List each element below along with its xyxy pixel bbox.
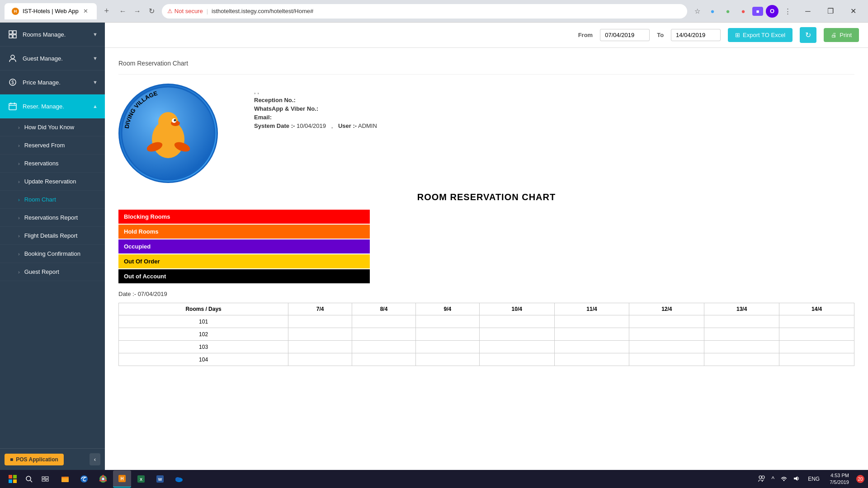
price-manage-arrow: ▼ [93, 80, 98, 85]
taskbar-ist-hotels[interactable]: H [113, 470, 131, 488]
sidebar-item-reser-manage[interactable]: Reser. Manage. ▲ [0, 94, 105, 118]
export-label: Export TO Excel [743, 32, 785, 38]
sidebar-item-guest-manage[interactable]: Guest Manage. ▼ [0, 47, 105, 70]
taskbar-excel[interactable]: X [132, 470, 150, 488]
ext2-button[interactable]: ● [722, 5, 734, 18]
start-button[interactable] [4, 472, 22, 486]
date-display: Date :- 07/04/2019 [118, 291, 854, 297]
sidebar: Rooms Manage. ▼ Guest Manage. ▼ $ Price … [0, 23, 105, 470]
reload-button[interactable]: ↻ [146, 5, 158, 18]
svg-rect-26 [42, 477, 44, 479]
ext4-button[interactable]: ■ [752, 7, 763, 16]
browser-chrome: H IST-Hotels | Web App ✕ + ← → ↻ ⚠ Not s… [0, 0, 868, 23]
sidebar-item-guest-report[interactable]: › Guest Report [0, 263, 105, 281]
print-button[interactable]: 🖨 Print [824, 28, 859, 42]
sidebar-toggle-button[interactable]: ‹ [90, 453, 100, 465]
window-controls: ─ ❐ ✕ [797, 0, 863, 23]
sidebar-item-room-chart[interactable]: › Room Chart [0, 191, 105, 209]
sidebar-label-flight-details-report: Flight Details Report [24, 232, 78, 239]
cell-101-7-4 [288, 315, 352, 328]
browser-tab[interactable]: H IST-Hotels | Web App ✕ [5, 3, 97, 19]
minimize-button[interactable]: ─ [797, 0, 818, 23]
svg-rect-22 [9, 479, 12, 483]
new-tab-button[interactable]: + [100, 5, 113, 18]
ext3-button[interactable]: ● [737, 5, 750, 18]
sidebar-item-reservations[interactable]: › Reservations [0, 155, 105, 173]
grid-icon [7, 29, 18, 40]
taskbar-network-icon[interactable] [779, 474, 789, 485]
legend-blocking: Blocking Rooms [118, 210, 370, 224]
security-warning: ⚠ Not secure [167, 8, 203, 14]
to-label: To [657, 32, 664, 38]
reception-label: Reception No.: [254, 97, 296, 103]
date-display-label: Date :- [118, 291, 136, 297]
svg-rect-7 [9, 103, 16, 110]
export-button[interactable]: ⊞ Export TO Excel [728, 28, 793, 42]
cell-104-11-4 [554, 353, 629, 366]
pos-application-button[interactable]: ■ POS Application [5, 454, 64, 465]
taskbar-datetime[interactable]: 4:53 PM 7/5/2019 [826, 472, 853, 486]
legend-out-of-order: Out Of Order [118, 254, 370, 268]
sub-arrow-icon7: › [18, 233, 20, 239]
svg-point-24 [26, 476, 31, 481]
taskbar-edge-browser[interactable] [75, 470, 93, 488]
browser-actions: ☆ ● ● ● ■ O ⋮ [691, 5, 794, 18]
restore-button[interactable]: ❐ [820, 0, 841, 23]
to-date-input[interactable] [671, 29, 721, 41]
whatsapp-row: WhatsApp & Viber No.: [254, 105, 854, 112]
legend-occupied: Occupied [118, 239, 370, 253]
bookmark-button[interactable]: ☆ [691, 5, 703, 18]
from-date-input[interactable] [600, 29, 650, 41]
sidebar-item-booking-confirmation[interactable]: › Booking Confirmation [0, 245, 105, 263]
notification-button[interactable]: 20 [856, 475, 864, 483]
taskbar-people-icon[interactable] [756, 473, 767, 485]
cell-102-13-4 [704, 328, 779, 341]
taskbar-chrome[interactable] [94, 470, 112, 488]
tab-close-button[interactable]: ✕ [82, 8, 90, 15]
legend-out-of-account: Out of Account [118, 269, 370, 283]
cell-101-11-4 [554, 315, 629, 328]
sidebar-item-reservations-report[interactable]: › Reservations Report [0, 209, 105, 227]
taskbar-word[interactable]: W [151, 470, 169, 488]
legend-out-of-order-label: Out Of Order [124, 258, 160, 265]
calendar-icon [7, 101, 18, 112]
close-button[interactable]: ✕ [843, 0, 863, 23]
table-row: 103 [119, 341, 854, 353]
back-button[interactable]: ← [117, 5, 129, 18]
taskbar-file-explorer[interactable] [56, 470, 74, 488]
col-header-12-4: 12/4 [629, 303, 704, 315]
address-bar[interactable]: ⚠ Not secure | isthoteltest.istegy.com/h… [162, 4, 687, 19]
app-layout: Rooms Manage. ▼ Guest Manage. ▼ $ Price … [0, 23, 868, 470]
profile-button[interactable]: O [766, 5, 778, 18]
taskbar-chevron-icon[interactable]: ^ [770, 474, 777, 484]
taskbar-task-view[interactable] [36, 470, 54, 488]
cell-101-14-4 [779, 315, 854, 328]
svg-rect-1 [13, 31, 16, 34]
ext1-button[interactable]: ● [706, 5, 719, 18]
hotel-info: SHARKS BAY UMBI DIVING VILLAGE , , Recep… [118, 84, 854, 183]
taskbar-app-icons: H X W [56, 470, 188, 488]
taskbar: H X W [0, 470, 868, 488]
taskbar-language[interactable]: ENG [805, 476, 822, 482]
refresh-button[interactable]: ↻ [800, 27, 816, 43]
browser-controls: ← → ↻ [117, 5, 158, 18]
menu-button[interactable]: ⋮ [781, 5, 794, 18]
sidebar-item-price-manage[interactable]: $ Price Manage. ▼ [0, 70, 105, 94]
sidebar-label-reserved-from: Reserved From [24, 142, 65, 149]
forward-button[interactable]: → [131, 5, 144, 18]
sidebar-item-flight-details-report[interactable]: › Flight Details Report [0, 227, 105, 245]
sidebar-item-reserved-from[interactable]: › Reserved From [0, 136, 105, 155]
reser-manage-arrow: ▲ [93, 103, 98, 109]
taskbar-search-button[interactable] [22, 472, 36, 486]
sidebar-label-reser-manage: Reser. Manage. [23, 103, 93, 110]
print-icon: 🖨 [831, 32, 837, 38]
taskbar-volume-icon[interactable] [792, 474, 802, 485]
sub-arrow-icon9: › [18, 269, 20, 275]
svg-text:$: $ [11, 80, 14, 85]
sidebar-item-rooms-manage[interactable]: Rooms Manage. ▼ [0, 23, 105, 47]
taskbar-onedrive[interactable] [170, 470, 188, 488]
sidebar-item-update-reservation[interactable]: › Update Reservation [0, 173, 105, 191]
cell-104-10-4 [479, 353, 554, 366]
sidebar-item-how-did-you-know[interactable]: › How Did You Know [0, 118, 105, 136]
cell-104-8-4 [352, 353, 416, 366]
